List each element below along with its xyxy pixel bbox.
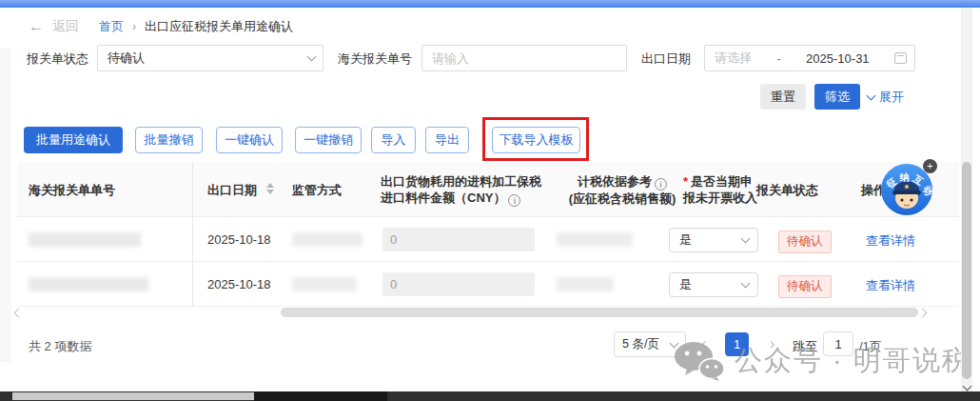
caret-down-icon <box>266 190 274 194</box>
jump-to-label: 跳至 <box>793 338 817 355</box>
export-tax-declaration-page: ← 返回 首页 › 出口应征税报关单用途确认 报关单状态 待确认 海关报关单号 … <box>0 0 980 401</box>
status-filter-value: 待确认 <box>108 50 145 67</box>
supervision-redacted <box>292 277 357 291</box>
col-header-status: 报关单状态 <box>756 182 818 199</box>
bonded-amount-input <box>382 272 535 296</box>
table-row: 2025-10-18 是 待确认 查看详情 <box>17 262 959 307</box>
filter-button[interactable]: 筛选 <box>814 84 860 110</box>
caret-up-icon <box>266 183 274 188</box>
tax-basis-header-line2: (应征税含税销售额) <box>550 190 695 207</box>
back-button[interactable]: 返回 <box>52 18 79 35</box>
total-pages-text: /1页 <box>859 338 882 355</box>
chevron-down-icon <box>307 52 317 62</box>
col-header-supervision: 监管方式 <box>292 182 342 199</box>
chevron-down-icon <box>741 234 751 244</box>
view-detail-link[interactable]: 查看详情 <box>866 232 915 250</box>
export-date-cell: 2025-10-18 <box>207 232 271 247</box>
batch-usage-confirm-button[interactable]: 批量用途确认 <box>24 127 123 153</box>
next-page-button[interactable]: › <box>770 335 774 352</box>
breadcrumb: ← 返回 首页 › 出口应征税报关单用途确认 <box>29 18 293 35</box>
status-badge: 待确认 <box>778 231 832 253</box>
breadcrumb-home-link[interactable]: 首页 <box>99 18 124 35</box>
col-header-uninvoiced: *是否当期申 报未开票收入 <box>683 173 757 206</box>
fixed-column-divider <box>192 162 193 307</box>
current-page-button[interactable]: 1 <box>725 332 749 356</box>
one-click-confirm-button[interactable]: 一键确认 <box>216 127 283 153</box>
status-filter-select[interactable]: 待确认 <box>97 45 323 71</box>
table-row: 2025-10-18 是 待确认 查看详情 <box>17 217 959 262</box>
table-header: 海关报关单单号 出口日期 监管方式 出口货物耗用的进料加工保税 进口料件金额（C… <box>17 162 959 217</box>
tax-basis-redacted <box>557 232 633 247</box>
status-filter-label: 报关单状态 <box>27 50 88 68</box>
bonded-header-line2: 进口料件金额（CNY）i <box>381 190 541 207</box>
col-header-bonded-amount: 出口货物耗用的进料加工保税 进口料件金额（CNY）i <box>381 173 541 207</box>
customs-no-input-wrap <box>421 45 627 71</box>
uninvoiced-value: 是 <box>679 231 692 249</box>
reset-button[interactable]: 重置 <box>760 84 806 110</box>
download-template-button[interactable]: 下载导入模板 <box>492 127 580 153</box>
top-accent-bar <box>0 0 980 8</box>
table-horizontal-scrollbar[interactable] <box>281 308 918 317</box>
uninvoiced-select[interactable]: 是 <box>669 228 758 252</box>
back-arrow-icon[interactable]: ← <box>29 18 44 35</box>
bottom-scrollbar-thumb[interactable] <box>12 392 254 400</box>
import-button[interactable]: 导入 <box>371 127 416 153</box>
date-range-separator: - <box>776 51 780 66</box>
page-size-select[interactable]: 5 条/页 <box>614 331 686 357</box>
breadcrumb-separator: › <box>132 20 136 33</box>
tax-basis-redacted <box>557 277 614 291</box>
jump-page-input[interactable] <box>823 331 853 356</box>
prev-page-button[interactable]: ‹ <box>701 335 706 352</box>
date-start-placeholder: 请选择 <box>715 50 752 67</box>
uninvoiced-value: 是 <box>679 276 692 293</box>
col-header-tax-basis: 计税依据参考i (应征税含税销售额) <box>550 173 695 207</box>
page-title: 出口应征税报关单用途确认 <box>145 18 293 35</box>
tax-basis-header-line1: 计税依据参考i <box>550 173 695 190</box>
assistant-more-button[interactable]: + <box>923 159 937 173</box>
export-button[interactable]: 导出 <box>425 127 469 153</box>
left-edge-strip <box>0 48 11 362</box>
calendar-icon <box>894 52 907 64</box>
supervision-redacted <box>292 232 363 247</box>
date-end-value: 2025-10-31 <box>806 51 870 66</box>
chevron-down-icon <box>867 91 876 101</box>
customs-no-redacted <box>29 277 148 291</box>
bonded-header-line1: 出口货物耗用的进料加工保税 <box>381 173 541 190</box>
col-header-customs-no: 海关报关单单号 <box>29 182 115 199</box>
export-date-cell: 2025-10-18 <box>207 277 271 291</box>
batch-revoke-button[interactable]: 批量撤销 <box>135 127 203 153</box>
info-icon[interactable]: i <box>655 178 667 190</box>
uninvoiced-select[interactable]: 是 <box>669 272 758 297</box>
sort-toggle-icon[interactable] <box>266 183 274 194</box>
uninvoiced-header-line2: 报未开票收入 <box>683 190 757 206</box>
view-detail-link[interactable]: 查看详情 <box>866 277 915 294</box>
export-date-filter-label: 出口日期 <box>641 50 691 68</box>
required-asterisk: * <box>683 174 688 189</box>
export-date-range-picker[interactable]: 请选择 - 2025-10-31 <box>704 45 915 71</box>
one-click-revoke-button[interactable]: 一键撤销 <box>295 127 362 153</box>
scroll-left-icon[interactable] <box>14 309 24 318</box>
uninvoiced-header-line1: *是否当期申 <box>683 173 757 190</box>
customs-no-redacted <box>29 232 141 247</box>
info-icon[interactable]: i <box>508 194 520 207</box>
total-count-text: 共 2 项数据 <box>29 338 91 355</box>
customs-no-input[interactable] <box>432 51 618 66</box>
status-badge: 待确认 <box>778 275 832 298</box>
col-header-export-date: 出口日期 <box>207 182 257 199</box>
vertical-scrollbar-thumb[interactable] <box>962 162 971 379</box>
scroll-right-icon[interactable] <box>918 309 928 318</box>
bonded-amount-input <box>382 228 535 251</box>
chevron-down-icon <box>670 338 679 348</box>
page-size-value: 5 条/页 <box>622 336 659 352</box>
expand-toggle[interactable]: 展开 <box>868 89 904 106</box>
bottom-scrollbar-shade <box>254 391 387 401</box>
chevron-down-icon <box>741 279 751 289</box>
expand-label: 展开 <box>879 89 904 106</box>
customs-no-filter-label: 海关报关单号 <box>338 50 412 68</box>
